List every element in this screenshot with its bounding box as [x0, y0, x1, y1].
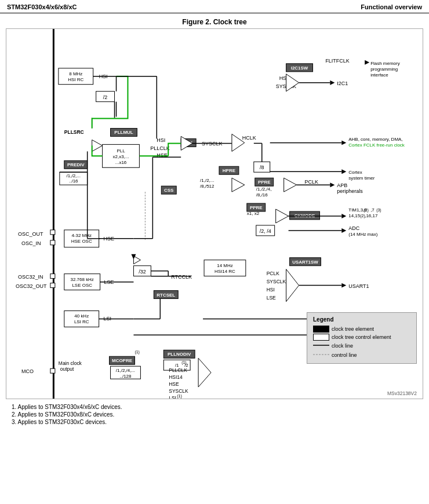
- svg-text:CSS: CSS: [164, 188, 173, 193]
- svg-text:I2C1SW: I2C1SW: [291, 65, 308, 71]
- svg-text:HPRE: HPRE: [223, 168, 235, 173]
- svg-text:system timer: system timer: [348, 176, 375, 181]
- svg-marker-73: [330, 81, 335, 85]
- svg-text:,16,17: ,16,17: [365, 213, 378, 218]
- svg-text:I2C1: I2C1: [337, 81, 348, 86]
- svg-text:/2, /4: /2, /4: [260, 228, 271, 234]
- svg-marker-59: [341, 169, 346, 174]
- svg-text:/1,/2,/4,...: /1,/2,/4,...: [116, 368, 135, 373]
- svg-text:HSE: HSE: [169, 381, 179, 387]
- svg-text:4-32 MHz: 4-32 MHz: [71, 233, 92, 238]
- svg-rect-152: [50, 368, 55, 373]
- svg-text:MCO: MCO: [21, 368, 34, 374]
- svg-text:14 MHz: 14 MHz: [217, 263, 232, 268]
- svg-text:USART1: USART1: [348, 283, 369, 289]
- svg-text:Main clock: Main clock: [59, 360, 82, 366]
- svg-text:SYSCLK: SYSCLK: [169, 388, 188, 394]
- header-left: STM32F030x4/x6/x8/xC: [7, 3, 77, 10]
- svg-text:../16: ../16: [69, 178, 78, 184]
- svg-text:Cortex FCLK free-run clock: Cortex FCLK free-run clock: [348, 143, 405, 148]
- legend-white-label: clock tree control element: [332, 333, 391, 341]
- svg-marker-137: [286, 269, 299, 302]
- svg-marker-46: [284, 178, 297, 192]
- svg-marker-112: [276, 209, 289, 223]
- legend-item-clock-line: clock line: [313, 341, 391, 350]
- svg-text:PPRE: PPRE: [250, 205, 263, 210]
- page: STM32F030x4/x6/x8/xC Functional overview…: [0, 0, 429, 504]
- legend-clock-line-label: clock line: [332, 341, 391, 350]
- svg-marker-128: [341, 228, 346, 233]
- svg-text:OSC32_IN: OSC32_IN: [18, 274, 43, 280]
- svg-text:APB: APB: [337, 182, 347, 188]
- legend-black-label: clock tree element: [332, 325, 391, 333]
- legend-control-line-label: control line: [332, 350, 391, 360]
- svg-text:HSI RC: HSI RC: [68, 77, 83, 82]
- svg-text:SYSCLK: SYSCLK: [267, 279, 286, 284]
- legend-title: Legend: [313, 316, 410, 323]
- svg-text:LSE: LSE: [267, 295, 276, 301]
- svg-text:peripherals: peripherals: [337, 188, 363, 194]
- footnote-2: 2. Applies to STM32F030x8/xC devices.: [12, 411, 417, 418]
- footnote-1: 1. Applies to STM32F030x4/x6/xC devices.: [12, 404, 417, 410]
- svg-text:/1,/2,/4,: /1,/2,/4,: [256, 187, 272, 192]
- svg-text:FLITFCLK: FLITFCLK: [325, 58, 349, 64]
- svg-text:x1, x2: x1, x2: [247, 211, 260, 216]
- svg-text:LSI RC: LSI RC: [74, 319, 89, 324]
- svg-marker-163: [198, 358, 211, 387]
- footnote-3: 3. Applies to STM32F030xC devices.: [12, 419, 417, 425]
- svg-text:PCLK: PCLK: [267, 271, 279, 276]
- svg-text:../128: ../128: [120, 374, 132, 379]
- svg-text:/2: /2: [103, 94, 107, 100]
- svg-text:HSI: HSI: [157, 137, 165, 143]
- page-header: STM32F030x4/x6/x8/xC Functional overview: [0, 0, 429, 13]
- legend-clock-line-svg: [313, 342, 329, 349]
- svg-marker-139: [341, 283, 346, 288]
- svg-rect-92: [50, 283, 55, 288]
- clock-diagram: 8 MHz HSI RC HSI /2 PLLSRC PLLMUL PLL x2…: [6, 28, 423, 399]
- svg-text:HSI14: HSI14: [169, 374, 183, 380]
- svg-text:,7: ,7: [370, 207, 375, 213]
- legend-black-swatch: [313, 326, 329, 333]
- svg-text:PLLSRC: PLLSRC: [64, 129, 84, 135]
- svg-text:Flash memory: Flash memory: [370, 61, 399, 66]
- svg-text:(3): (3): [376, 208, 381, 213]
- svg-text:OSC_IN: OSC_IN: [21, 240, 41, 246]
- svg-text:PLLNODIV: PLLNODIV: [168, 352, 191, 357]
- svg-marker-55: [341, 140, 346, 145]
- legend-box: Legend clock tree element clock tree con…: [307, 312, 417, 364]
- legend-control-line-svg: [313, 351, 329, 358]
- svg-text:programming: programming: [370, 67, 398, 72]
- svg-marker-41: [232, 178, 245, 192]
- svg-text:(1): (1): [177, 394, 182, 399]
- svg-text:/1,/2,...: /1,/2,...: [200, 178, 214, 183]
- footnotes: 1. Applies to STM32F030x4/x6/xC devices.…: [0, 399, 429, 430]
- header-right: Functional overview: [361, 3, 422, 10]
- svg-marker-65: [365, 60, 369, 65]
- svg-text:PLLCLK: PLLCLK: [150, 145, 169, 151]
- figure-title: Figure 2. Clock tree: [0, 13, 429, 28]
- svg-text:LSE OSC: LSE OSC: [72, 283, 92, 288]
- svg-text:(2): (2): [363, 208, 369, 213]
- svg-text:Cortex: Cortex: [348, 170, 362, 175]
- svg-marker-22: [92, 140, 103, 151]
- svg-text:PLL: PLL: [117, 148, 125, 154]
- svg-text:PREDIV: PREDIV: [67, 162, 85, 167]
- svg-rect-78: [50, 230, 55, 235]
- svg-text:HSI: HSI: [267, 287, 275, 293]
- svg-text:...x16: ...x16: [115, 160, 127, 165]
- svg-text:OSC_OUT: OSC_OUT: [18, 231, 43, 237]
- svg-text:HSE OSC: HSE OSC: [71, 239, 92, 244]
- svg-rect-90: [50, 274, 55, 279]
- svg-text:(1): (1): [134, 350, 140, 355]
- svg-text:PPRE: PPRE: [258, 180, 271, 185]
- legend-item-control-line: control line: [313, 350, 391, 360]
- legend-white-swatch: [313, 334, 329, 341]
- svg-rect-80: [50, 240, 55, 245]
- svg-text:/8,/512: /8,/512: [200, 184, 214, 189]
- svg-text:output: output: [60, 366, 74, 372]
- svg-text:PCLK: PCLK: [305, 179, 318, 185]
- svg-text:AHB, core, memory, DMA,: AHB, core, memory, DMA,: [348, 137, 402, 142]
- svg-text:PLLMUL: PLLMUL: [114, 130, 133, 135]
- svg-text:40 kHz: 40 kHz: [74, 313, 89, 319]
- svg-text:MCOPRE: MCOPRE: [112, 358, 132, 363]
